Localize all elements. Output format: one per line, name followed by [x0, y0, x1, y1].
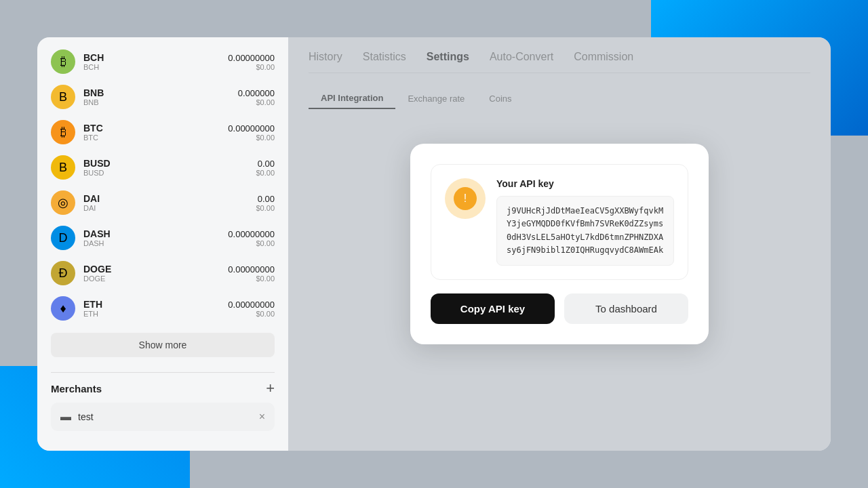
coin-amounts-btc: 0.00000000 $0.00 [228, 123, 275, 142]
coin-item-doge[interactable]: Ð DOGE DOGE 0.00000000 $0.00 [37, 256, 288, 291]
coin-icon-dash: D [51, 226, 75, 250]
coin-amount-bnb: 0.000000 [238, 88, 275, 98]
api-key-title: Your API key [496, 178, 674, 189]
coin-name-eth: ETH [83, 299, 220, 310]
copy-api-key-button[interactable]: Copy API key [431, 293, 555, 324]
coin-amount-eth: 0.00000000 [228, 300, 275, 310]
coin-name-busd: BUSD [83, 158, 248, 169]
coin-item-dash[interactable]: D DASH DASH 0.00000000 $0.00 [37, 220, 288, 256]
coin-info-eth: ETH ETH [83, 299, 220, 318]
coin-name-doge: DOGE [83, 264, 220, 274]
coin-usd-eth: $0.00 [228, 310, 275, 318]
merchant-list: ▬ test × [51, 403, 275, 431]
coin-icon-busd: B [51, 155, 75, 180]
merchants-title: Merchants [51, 383, 102, 394]
coin-info-bch: BCH BCH [83, 52, 220, 71]
api-key-section: Your API key j9VUHcRjJdDtMaeIeaCV5gXXBWy… [496, 178, 674, 266]
merchants-header: Merchants + [51, 381, 275, 396]
sidebar: ₿ BCH BCH 0.00000000 $0.00 B BNB BNB 0.0… [37, 37, 288, 451]
coin-name-bch: BCH [83, 52, 220, 63]
coin-info-doge: DOGE DOGE [83, 264, 220, 283]
content-area: History Statistics Settings Auto-Convert… [288, 37, 831, 451]
coin-symbol-dash: DASH [83, 239, 220, 247]
coin-info-btc: BTC BTC [83, 123, 220, 142]
coin-item-bnb[interactable]: B BNB BNB 0.000000 $0.00 [37, 79, 288, 115]
coin-amounts-eth: 0.00000000 $0.00 [228, 300, 275, 318]
coin-usd-bch: $0.00 [228, 63, 275, 71]
coin-symbol-eth: ETH [83, 310, 220, 318]
coin-icon-doge: Ð [51, 261, 75, 285]
coin-amounts-bnb: 0.000000 $0.00 [238, 88, 275, 106]
coin-amounts-doge: 0.00000000 $0.00 [228, 264, 275, 283]
coin-amount-btc: 0.00000000 [228, 123, 275, 134]
coin-name-bnb: BNB [83, 87, 230, 98]
coin-icon-btc: ₿ [51, 120, 75, 144]
coin-usd-btc: $0.00 [228, 134, 275, 142]
merchant-name-test: test [78, 411, 252, 422]
merchant-item-test[interactable]: ▬ test × [51, 403, 275, 431]
coin-usd-dai: $0.00 [256, 204, 275, 212]
coin-item-bch[interactable]: ₿ BCH BCH 0.00000000 $0.00 [37, 44, 288, 79]
coin-usd-dash: $0.00 [228, 239, 275, 247]
show-more-button[interactable]: Show more [51, 333, 275, 357]
merchants-section: Merchants + ▬ test × [37, 381, 288, 431]
coin-item-btc[interactable]: ₿ BTC BTC 0.00000000 $0.00 [37, 115, 288, 150]
modal-buttons: Copy API key To dashboard [431, 293, 688, 324]
coin-icon-bch: ₿ [51, 49, 75, 74]
main-panel: ₿ BCH BCH 0.00000000 $0.00 B BNB BNB 0.0… [37, 37, 831, 451]
coin-icon-eth: ♦ [51, 296, 75, 321]
coin-amount-dai: 0.00 [256, 194, 275, 204]
coin-usd-busd: $0.00 [256, 169, 275, 177]
coin-amount-busd: 0.00 [256, 159, 275, 169]
coin-name-btc: BTC [83, 123, 220, 134]
sidebar-divider [51, 372, 275, 373]
coin-icon-dai: ◎ [51, 190, 75, 215]
merchant-close-test[interactable]: × [259, 411, 265, 422]
coin-amounts-busd: 0.00 $0.00 [256, 159, 275, 177]
coin-list: ₿ BCH BCH 0.00000000 $0.00 B BNB BNB 0.0… [37, 44, 288, 326]
key-icon-inner: ! [454, 187, 477, 210]
coin-symbol-dai: DAI [83, 204, 248, 212]
merchant-icon: ▬ [60, 411, 71, 423]
coin-symbol-busd: BUSD [83, 169, 248, 177]
modal-inner: ! Your API key j9VUHcRjJdDtMaeIeaCV5gXXB… [431, 164, 688, 280]
add-merchant-button[interactable]: + [266, 381, 275, 396]
modal-overlay: ! Your API key j9VUHcRjJdDtMaeIeaCV5gXXB… [288, 37, 831, 451]
coin-amounts-dash: 0.00000000 $0.00 [228, 229, 275, 247]
coin-item-dai[interactable]: ◎ DAI DAI 0.00 $0.00 [37, 185, 288, 220]
coin-icon-bnb: B [51, 85, 75, 109]
coin-info-dash: DASH DASH [83, 228, 220, 247]
coin-info-bnb: BNB BNB [83, 87, 230, 106]
coin-usd-doge: $0.00 [228, 274, 275, 283]
coin-symbol-btc: BTC [83, 134, 220, 142]
coin-name-dash: DASH [83, 228, 220, 239]
coin-amounts-dai: 0.00 $0.00 [256, 194, 275, 212]
coin-amount-bch: 0.00000000 [228, 53, 275, 63]
coin-amount-dash: 0.00000000 [228, 229, 275, 239]
coin-symbol-bnb: BNB [83, 98, 230, 106]
coin-info-busd: BUSD BUSD [83, 158, 248, 177]
coin-amount-doge: 0.00000000 [228, 264, 275, 274]
coin-amounts-bch: 0.00000000 $0.00 [228, 53, 275, 71]
coin-info-dai: DAI DAI [83, 193, 248, 212]
key-icon-wrap: ! [445, 178, 486, 219]
coin-symbol-bch: BCH [83, 63, 220, 71]
coin-symbol-doge: DOGE [83, 274, 220, 283]
modal-card: ! Your API key j9VUHcRjJdDtMaeIeaCV5gXXB… [410, 144, 709, 344]
coin-item-eth[interactable]: ♦ ETH ETH 0.00000000 $0.00 [37, 291, 288, 326]
coin-item-busd[interactable]: B BUSD BUSD 0.00 $0.00 [37, 150, 288, 185]
coin-usd-bnb: $0.00 [238, 98, 275, 106]
coin-name-dai: DAI [83, 193, 248, 204]
api-key-value: j9VUHcRjJdDtMaeIeaCV5gXXBWyfqvkMY3jeGYMQ… [496, 196, 674, 266]
to-dashboard-button[interactable]: To dashboard [564, 293, 688, 324]
